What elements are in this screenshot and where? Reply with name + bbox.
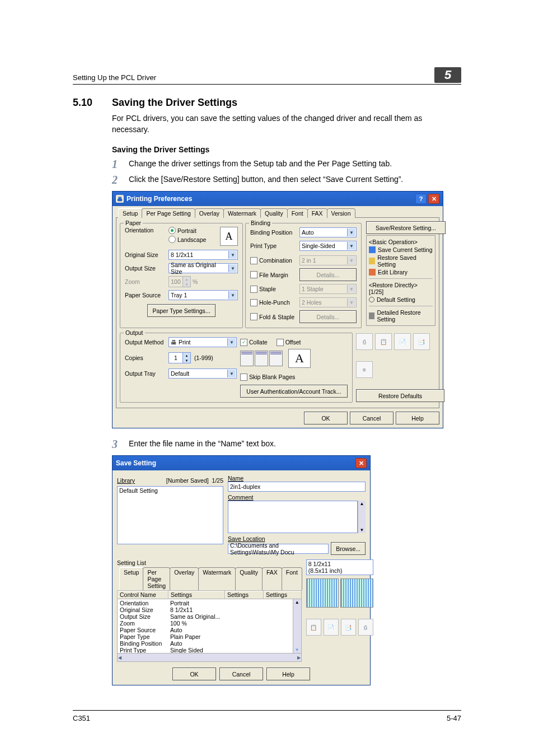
paper-type-settings-button[interactable]: Paper Type Settings... xyxy=(147,304,215,317)
collate-check[interactable]: Collate xyxy=(240,339,268,346)
hole-punch-check[interactable]: Hole-Punch xyxy=(250,299,299,306)
file-margin-check[interactable]: File Margin xyxy=(250,271,299,278)
s-tab-perpage[interactable]: Per Page Setting xyxy=(143,567,170,590)
section-number: 5.10 xyxy=(73,97,112,109)
tab-fax[interactable]: FAX xyxy=(307,208,327,218)
restore-defaults-button[interactable]: Restore Defaults xyxy=(356,389,444,402)
tab-version[interactable]: Version xyxy=(327,208,355,218)
tab-watermark[interactable]: Watermark xyxy=(223,208,261,218)
output-method-combo[interactable]: 🖶 Print▼ xyxy=(168,337,237,347)
scrollbar-vertical[interactable]: ▲▼ xyxy=(293,599,301,653)
save-cancel-button[interactable]: Cancel xyxy=(219,668,263,680)
copies-spinner[interactable]: 1▲▼ xyxy=(168,352,191,363)
util-icon-1[interactable]: ⎙ xyxy=(356,333,373,350)
original-size-label: Original Size xyxy=(125,251,168,258)
table-row: Same as Original... xyxy=(170,613,257,620)
library-list[interactable]: Default Setting xyxy=(117,486,223,544)
restore-saved-setting-link[interactable]: Restore Saved Setting xyxy=(369,254,433,268)
fold-details-button: Details... xyxy=(299,310,357,323)
s-tab-font[interactable]: Font xyxy=(282,567,302,590)
step-2-number: 2 xyxy=(112,174,129,185)
prefs-tabs: Setup Per Page Setting Overlay Watermark… xyxy=(116,208,439,218)
s-tab-overlay[interactable]: Overlay xyxy=(170,567,199,590)
name-input[interactable]: 2in1-duplex xyxy=(228,482,366,492)
table-row: Single Sided xyxy=(170,647,257,654)
s-tab-fax[interactable]: FAX xyxy=(262,567,282,590)
step-3-number: 3 xyxy=(112,438,129,450)
s-tab-quality[interactable]: Quality xyxy=(235,567,263,590)
zoom-label: Zoom xyxy=(125,278,168,285)
util-icon-a: 📋 xyxy=(306,619,321,636)
cancel-button[interactable]: Cancel xyxy=(350,412,394,424)
chapter-badge: 5 xyxy=(434,67,461,83)
comment-input[interactable] xyxy=(228,501,358,533)
printing-preferences-dialog: 🖶 Printing Preferences ? ✕ Setup Per Pag… xyxy=(112,191,443,428)
chevron-down-icon: ▼ xyxy=(228,291,237,299)
table-row: Output Size xyxy=(120,613,166,620)
help-button[interactable]: ? xyxy=(415,194,427,204)
table-row: 8 1/2x11 xyxy=(170,606,257,613)
original-size-combo[interactable]: 8 1/2x11▼ xyxy=(168,250,238,260)
save-restore-button[interactable]: Save/Restore Setting... xyxy=(366,221,446,234)
print-type-combo[interactable]: Single-Sided▼ xyxy=(299,241,357,251)
combination-combo: 2 in 1▼ xyxy=(299,255,357,265)
combination-check[interactable]: Combination xyxy=(250,257,299,264)
browse-button[interactable]: Browse... xyxy=(331,542,366,555)
staple-check[interactable]: Staple xyxy=(250,286,299,293)
util-icon-3: 📄 xyxy=(394,333,411,350)
scrollbar-vertical[interactable]: ▲▼ xyxy=(358,501,366,533)
close-button[interactable]: ✕ xyxy=(355,458,367,468)
skip-blank-check[interactable]: Skip Blank Pages xyxy=(240,374,295,381)
user-auth-button[interactable]: User Authentication/Account Track... xyxy=(240,385,348,398)
s-tab-watermark[interactable]: Watermark xyxy=(198,567,236,590)
save-current-setting-link[interactable]: Save Current Setting xyxy=(369,246,433,254)
ok-button[interactable]: OK xyxy=(304,412,348,424)
close-button[interactable]: ✕ xyxy=(428,194,439,204)
setting-list-label: Setting List xyxy=(117,559,302,566)
tab-overlay[interactable]: Overlay xyxy=(195,208,224,218)
util-icon-5[interactable]: ≡ xyxy=(356,361,373,378)
help-button-bottom[interactable]: Help xyxy=(396,412,439,424)
chevron-down-icon: ▼ xyxy=(347,228,355,236)
save-icon xyxy=(369,246,376,253)
save-help-button[interactable]: Help xyxy=(266,668,310,680)
library-icon xyxy=(369,269,376,276)
folder-icon xyxy=(369,258,375,264)
output-size-combo[interactable]: Same as Original Size▼ xyxy=(168,263,238,273)
settings-table[interactable]: Orientation Original Size Output Size Zo… xyxy=(117,599,302,654)
tab-setup[interactable]: Setup xyxy=(118,208,142,218)
output-tray-combo[interactable]: Default▼ xyxy=(168,368,237,379)
tab-quality[interactable]: Quality xyxy=(260,208,288,218)
portrait-radio[interactable]: Portrait xyxy=(168,227,220,234)
edit-library-link[interactable]: Edit Library xyxy=(369,268,433,276)
scrollbar-horizontal[interactable]: ◀▶ xyxy=(117,654,302,662)
library-item-default[interactable]: Default Setting xyxy=(119,487,221,494)
paper-source-combo[interactable]: Tray 1▼ xyxy=(168,290,238,300)
table-row: 100 % xyxy=(170,620,257,627)
s-tab-setup[interactable]: Setup xyxy=(119,567,143,590)
table-row: Orientation xyxy=(120,600,166,606)
fold-staple-check[interactable]: Fold & Staple xyxy=(250,313,299,320)
detailed-restore-link[interactable]: Detailed Restore Setting xyxy=(369,309,433,323)
offset-check[interactable]: Offset xyxy=(277,339,301,346)
collate-preview-icon xyxy=(240,351,283,366)
location-input[interactable]: C:\Documents and Settings\Watsu\My Docu xyxy=(228,544,329,554)
save-ok-button[interactable]: OK xyxy=(172,668,216,680)
tab-perpage[interactable]: Per Page Setting xyxy=(142,208,195,218)
default-setting-link[interactable]: Default Setting xyxy=(369,296,433,304)
util-icon-d[interactable]: ⎙ xyxy=(358,619,373,636)
zoom-unit: % xyxy=(193,278,198,285)
chevron-down-icon: ▼ xyxy=(347,298,355,306)
step-1-number: 1 xyxy=(112,158,129,170)
tab-font[interactable]: Font xyxy=(287,208,308,218)
hole-punch-combo: 2 Holes▼ xyxy=(299,297,357,307)
chevron-down-icon: ▼ xyxy=(227,370,236,377)
output-tray-label: Output Tray xyxy=(125,370,168,377)
header-text: Setting Up the PCL Driver xyxy=(73,73,156,82)
binding-position-combo[interactable]: Auto▼ xyxy=(299,227,357,237)
settings-table-header: Control Name Settings Settings Settings xyxy=(117,590,302,599)
section-title: Saving the Driver Settings xyxy=(112,97,237,109)
chevron-down-icon: ▼ xyxy=(228,251,237,259)
landscape-radio[interactable]: Landscape xyxy=(168,236,220,243)
name-label: Name xyxy=(228,475,366,482)
